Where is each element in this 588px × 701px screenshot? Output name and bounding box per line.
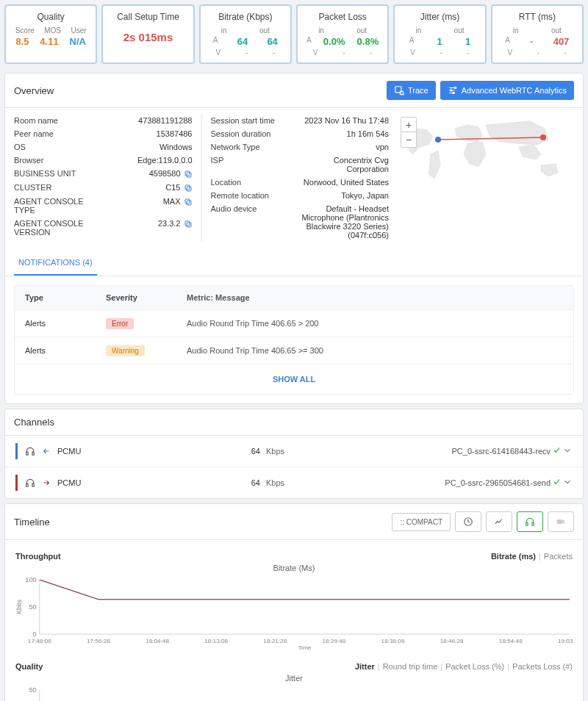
svg-text:17:56:28: 17:56:28 (87, 638, 110, 644)
svg-text:Time: Time (298, 644, 311, 650)
svg-text:18:54:48: 18:54:48 (499, 638, 523, 644)
map-zoom-controls: + − (401, 117, 417, 148)
svg-rect-10 (185, 199, 190, 204)
trace-button[interactable]: Trace (387, 81, 436, 100)
svg-rect-9 (187, 201, 191, 205)
copy-icon[interactable] (184, 198, 193, 206)
svg-text:0: 0 (33, 630, 37, 638)
quality-score: 8.5 (15, 36, 29, 47)
call-setup-value: 2s 015ms (107, 31, 188, 43)
svg-text:18:04:48: 18:04:48 (146, 638, 169, 644)
chevron-down-icon[interactable] (562, 445, 573, 456)
svg-rect-18 (526, 522, 528, 525)
rtt-card: RTT (ms) inout A-407 V-- (491, 4, 584, 64)
svg-text:17:48:08: 17:48:08 (28, 638, 51, 644)
svg-text:18:29:48: 18:29:48 (322, 638, 345, 644)
bitrate-chart-title: Bitrate (Ms) (15, 564, 573, 572)
remote-point (540, 134, 546, 140)
channel-row[interactable]: PCMU 64 Kbps PC_0-ssrc-2965054681-send (5, 467, 583, 498)
svg-text:50: 50 (29, 603, 36, 611)
settings-icon (448, 85, 458, 96)
bitrate-chart: 050100Kbits17:48:0817:56:2818:04:4818:13… (15, 577, 573, 650)
svg-rect-12 (185, 221, 190, 226)
chevron-down-icon[interactable] (562, 477, 573, 487)
clock-button[interactable] (455, 511, 481, 532)
quality-title: Quality (10, 12, 91, 22)
bitrate-card: Bitrate (Kbps) inout A6464 V-- (199, 4, 292, 64)
packets-opt[interactable]: Packets (544, 552, 573, 561)
notification-row: Alerts Error Audio Round Trip Time 406.6… (15, 310, 573, 337)
overview-left: Room name473881191288 Peer name15387486 … (14, 114, 193, 242)
severity-badge: Warning (106, 345, 145, 356)
quality-card: Quality Score MOS User 8.5 4.11 N/A (4, 4, 97, 64)
overview-right: Session start time2023 Nov 16 Thu 17:48 … (211, 114, 390, 242)
arrow-in-icon (41, 446, 51, 456)
svg-text:100: 100 (25, 577, 36, 583)
call-setup-card: Call Setup Time 2s 015ms (101, 4, 194, 64)
svg-rect-8 (185, 185, 190, 190)
svg-text:18:46:28: 18:46:28 (440, 638, 464, 644)
svg-rect-5 (187, 173, 191, 177)
show-all-button[interactable]: SHOW ALL (15, 364, 573, 394)
svg-text:50: 50 (29, 687, 36, 694)
svg-rect-7 (187, 187, 191, 191)
channels-title: Channels (14, 417, 54, 428)
copy-icon[interactable] (184, 184, 193, 193)
video-button[interactable] (548, 511, 574, 532)
quality-mos: 4.11 (40, 36, 58, 47)
clock-icon (463, 517, 473, 527)
svg-text:18:21:28: 18:21:28 (263, 638, 287, 644)
copy-icon[interactable] (184, 170, 193, 179)
channel-row[interactable]: PCMU 64 Kbps PC_0-ssrc-614168443-recv (5, 436, 583, 467)
advanced-analytics-button[interactable]: Advanced WebRTC Analytics (440, 81, 574, 100)
packet-loss-card: Packet Loss inout A0.0%0.8% V-- (296, 4, 389, 64)
svg-point-2 (454, 87, 456, 88)
line-chart-button[interactable] (486, 511, 512, 532)
pl-cnt-opt[interactable]: Packets Loss (#) (512, 662, 573, 671)
svg-text:18:13:08: 18:13:08 (204, 638, 228, 644)
svg-rect-16 (32, 483, 34, 486)
svg-text:19:03:08: 19:03:08 (558, 638, 573, 644)
overview-panel: Overview Trace Advanced WebRTC Analytics… (4, 73, 584, 404)
bitrate-opt[interactable]: Bitrate (ms) (491, 552, 536, 561)
notification-row: Alerts Warning Audio Round Trip Time 406… (15, 337, 573, 364)
svg-rect-20 (557, 520, 562, 524)
svg-rect-13 (26, 452, 28, 455)
rtt-opt[interactable]: Round trip time (383, 662, 438, 671)
headphones-button[interactable] (517, 511, 543, 532)
zoom-out-button[interactable]: − (401, 132, 416, 147)
line-chart-icon (494, 517, 504, 527)
map: + − (398, 114, 574, 242)
check-icon (552, 445, 562, 456)
world-map[interactable] (398, 114, 574, 195)
local-point (435, 137, 441, 143)
arrow-out-icon (41, 478, 51, 488)
svg-rect-11 (187, 223, 191, 227)
svg-rect-19 (532, 522, 534, 525)
video-icon (556, 517, 566, 527)
svg-rect-6 (185, 171, 190, 176)
jitter-chart: 02550ms17:48:0817:56:2818:04:4818:13:081… (15, 687, 573, 701)
jitter-card: Jitter (ms) inout A11 V-- (393, 4, 486, 64)
channels-panel: Channels PCMU 64 Kbps PC_0-ssrc-61416844… (4, 409, 584, 499)
headphones-icon (25, 478, 35, 488)
tab-notifications[interactable]: NOTIFICATIONS (4) (14, 251, 97, 276)
zoom-in-button[interactable]: + (401, 118, 416, 132)
pl-pct-opt[interactable]: Packet Loss (%) (445, 662, 504, 671)
jitter-opt[interactable]: Jitter (355, 662, 375, 671)
overview-title: Overview (14, 85, 54, 96)
copy-icon[interactable] (184, 220, 193, 229)
jitter-chart-title: Jitter (15, 674, 573, 683)
svg-rect-14 (32, 452, 34, 455)
check-icon (552, 477, 562, 487)
notifications-table: Type Severity Metric: Message Alerts Err… (14, 285, 574, 395)
metrics-row: Quality Score MOS User 8.5 4.11 N/A Call… (0, 0, 588, 68)
headphones-icon (25, 446, 35, 456)
svg-text:Kbits: Kbits (15, 600, 23, 614)
svg-rect-15 (26, 483, 28, 486)
trace-icon (394, 85, 404, 96)
severity-badge: Error (106, 318, 134, 329)
compact-button[interactable]: :: COMPACT (392, 513, 451, 531)
timeline-panel: Timeline :: COMPACT Throughput Bitrate (… (4, 503, 584, 701)
headphones-icon (525, 517, 535, 527)
